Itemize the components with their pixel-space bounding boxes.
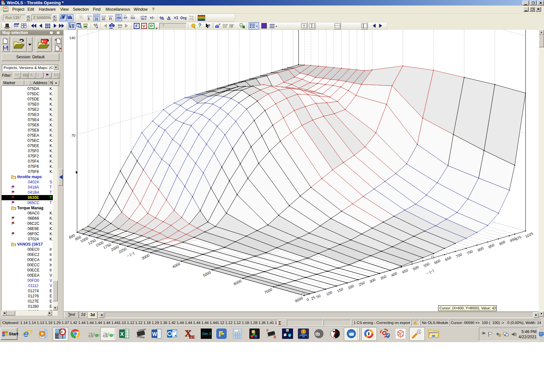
svg-text:F: F bbox=[266, 329, 269, 332]
svg-text:e: e bbox=[110, 332, 113, 338]
svg-text:3000: 3000 bbox=[141, 253, 150, 260]
svg-text:50: 50 bbox=[316, 294, 321, 299]
svg-text:600: 600 bbox=[434, 259, 441, 265]
svg-text:140: 140 bbox=[69, 36, 75, 40]
svg-text:400: 400 bbox=[391, 271, 398, 277]
svg-text:900: 900 bbox=[499, 240, 506, 246]
svg-text:450: 450 bbox=[401, 268, 409, 274]
svg-text:~ (~): ~ (~) bbox=[126, 251, 135, 258]
svg-text:750: 750 bbox=[466, 249, 473, 255]
svg-text:6000: 6000 bbox=[233, 279, 242, 286]
svg-text:0: 0 bbox=[306, 297, 310, 302]
svg-text:Sim 3: Sim 3 bbox=[202, 331, 211, 336]
svg-text:500: 500 bbox=[412, 265, 420, 271]
svg-text:P: P bbox=[150, 24, 153, 29]
svg-text:X: X bbox=[120, 331, 124, 337]
svg-text:8000: 8000 bbox=[294, 296, 303, 303]
svg-text:350: 350 bbox=[380, 274, 387, 281]
svg-text:70: 70 bbox=[71, 133, 75, 137]
svg-text:IOII..: IOII.. bbox=[109, 27, 114, 29]
svg-text:a: a bbox=[88, 329, 93, 339]
svg-text:550: 550 bbox=[423, 262, 430, 268]
svg-text:?: ? bbox=[208, 24, 210, 28]
svg-text:~ (~): ~ (~) bbox=[426, 268, 435, 275]
svg-text:IOI: IOI bbox=[4, 7, 7, 10]
svg-text:e: e bbox=[95, 332, 98, 338]
svg-text:B: B bbox=[274, 335, 276, 339]
svg-text:5000: 5000 bbox=[202, 270, 211, 277]
svg-text:800: 800 bbox=[477, 246, 484, 252]
svg-text:F: F bbox=[135, 24, 138, 29]
svg-text:850: 850 bbox=[488, 243, 495, 249]
svg-text:250: 250 bbox=[358, 281, 366, 287]
svg-text:0: 0 bbox=[398, 333, 400, 336]
svg-text:C: C bbox=[289, 335, 290, 337]
svg-text:1: 1 bbox=[402, 334, 403, 337]
svg-text:7: 7 bbox=[333, 329, 337, 339]
svg-text:100: 100 bbox=[326, 290, 333, 296]
svg-text:M: M bbox=[286, 330, 288, 332]
svg-text:W: W bbox=[152, 331, 157, 337]
svg-text:150: 150 bbox=[336, 287, 344, 293]
svg-text:e: e bbox=[23, 329, 29, 339]
svg-text:F: F bbox=[284, 334, 286, 337]
svg-text:25: 25 bbox=[310, 295, 316, 301]
svg-text:IF: IF bbox=[252, 329, 255, 334]
svg-text:700: 700 bbox=[455, 252, 463, 259]
svg-text:V: V bbox=[142, 24, 145, 29]
svg-text:4000: 4000 bbox=[172, 262, 181, 269]
svg-text:975: 975 bbox=[515, 235, 522, 241]
svg-text:1025: 1025 bbox=[525, 231, 534, 238]
svg-text:a: a bbox=[103, 329, 108, 339]
svg-text:2250: 2250 bbox=[118, 247, 127, 254]
svg-text:EE: EE bbox=[189, 335, 195, 339]
svg-text:300: 300 bbox=[369, 278, 376, 284]
svg-text:200: 200 bbox=[347, 284, 355, 290]
svg-text:650: 650 bbox=[445, 256, 452, 262]
svg-text:tb: tb bbox=[315, 331, 320, 337]
svg-text:7000: 7000 bbox=[264, 287, 273, 294]
